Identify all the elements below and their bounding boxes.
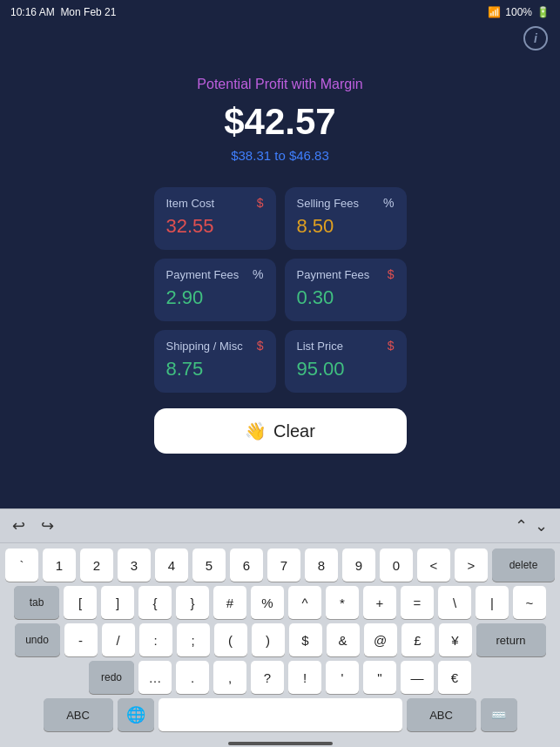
kb-key-6[interactable]: 6 xyxy=(230,548,263,582)
kb-key-plus[interactable]: + xyxy=(363,586,396,619)
kb-key-lt[interactable]: < xyxy=(417,548,450,582)
kb-key-exclaim[interactable]: ! xyxy=(288,661,321,694)
kb-key-percent[interactable]: % xyxy=(251,586,284,619)
kb-key-backtick[interactable]: ` xyxy=(5,548,38,582)
kb-key-slash[interactable]: / xyxy=(102,623,135,656)
selling-fees-unit: % xyxy=(383,196,394,210)
kb-key-undo[interactable]: undo xyxy=(15,623,60,656)
kb-key-euro[interactable]: € xyxy=(438,661,471,694)
kb-key-equals[interactable]: = xyxy=(401,586,434,619)
arrow-down-icon[interactable]: ⌄ xyxy=(535,516,548,535)
kb-key-return[interactable]: return xyxy=(476,623,546,656)
list-price-unit: $ xyxy=(388,339,395,353)
arrow-up-icon[interactable]: ⌃ xyxy=(515,516,528,535)
kb-key-7[interactable]: 7 xyxy=(267,548,300,582)
main-content: Potential Profit with Margin $42.57 $38.… xyxy=(0,24,560,454)
list-price-label: List Price xyxy=(297,340,343,353)
kb-key-minus[interactable]: - xyxy=(64,623,98,656)
home-bar xyxy=(0,742,560,747)
kb-key-yen[interactable]: ¥ xyxy=(439,623,472,656)
kb-row-1: ` 1 2 3 4 5 6 7 8 9 0 < > delete xyxy=(3,548,557,582)
item-cost-label: Item Cost xyxy=(166,197,215,210)
payment-fees-pct-value: 2.90 xyxy=(166,286,264,309)
undo-icon[interactable]: ↩ xyxy=(12,516,25,535)
kb-key-8[interactable]: 8 xyxy=(305,548,338,582)
kb-key-rbracket[interactable]: ] xyxy=(101,586,134,619)
kb-key-semicolon[interactable]: ; xyxy=(177,623,210,656)
kb-key-ampersand[interactable]: & xyxy=(327,623,360,656)
kb-key-quote[interactable]: " xyxy=(363,661,396,694)
kb-emoji-button[interactable]: 🌐 xyxy=(118,698,154,731)
kb-key-emdash[interactable]: — xyxy=(401,661,434,694)
toolbar-left: ↩ ↪ xyxy=(12,516,54,535)
kb-key-pound[interactable]: £ xyxy=(401,623,435,656)
kb-key-ellipsis[interactable]: … xyxy=(138,661,172,694)
kb-key-9[interactable]: 9 xyxy=(342,548,375,582)
kb-key-1[interactable]: 1 xyxy=(43,548,76,582)
clear-icon: 👋 xyxy=(245,421,267,441)
clear-button[interactable]: 👋 Clear xyxy=(154,408,407,454)
kb-key-apostrophe[interactable]: ' xyxy=(326,661,359,694)
kb-key-backslash[interactable]: \ xyxy=(438,586,471,619)
kb-key-3[interactable]: 3 xyxy=(118,548,151,582)
kb-key-colon[interactable]: : xyxy=(139,623,172,656)
kb-key-4[interactable]: 4 xyxy=(155,548,188,582)
status-right: 📶 100% 🔋 xyxy=(488,6,550,18)
kb-key-period[interactable]: . xyxy=(176,661,209,694)
input-grid: Item Cost $ 32.55 Selling Fees % 8.50 Pa… xyxy=(154,187,407,393)
kb-key-dollar[interactable]: $ xyxy=(289,623,322,656)
kb-row-4: redo … . , ? ! ' " — € xyxy=(3,661,557,694)
kb-abc-right[interactable]: ABC xyxy=(407,698,476,731)
toolbar-arrows: ⌃ ⌄ xyxy=(515,516,548,535)
keyboard-toolbar: ↩ ↪ ⌃ ⌄ xyxy=(0,509,560,543)
kb-key-lparen[interactable]: ( xyxy=(214,623,247,656)
kb-key-question[interactable]: ? xyxy=(251,661,284,694)
kb-key-pipe[interactable]: | xyxy=(476,586,509,619)
kb-key-asterisk[interactable]: * xyxy=(326,586,359,619)
kb-keyboard-icon[interactable]: ⌨️ xyxy=(481,698,517,731)
item-cost-unit: $ xyxy=(257,196,264,210)
kb-key-5[interactable]: 5 xyxy=(192,548,226,582)
keyboard-rows: ` 1 2 3 4 5 6 7 8 9 0 < > delete tab [ ]… xyxy=(0,543,560,738)
battery-icon: 🔋 xyxy=(536,6,550,18)
shipping-misc-label: Shipping / Misc xyxy=(166,340,243,353)
redo-icon[interactable]: ↪ xyxy=(41,516,54,535)
selling-fees-label: Selling Fees xyxy=(297,197,360,210)
list-price-value: 95.00 xyxy=(297,358,395,380)
kb-key-gt[interactable]: > xyxy=(455,548,488,582)
kb-key-lbracket[interactable]: [ xyxy=(64,586,97,619)
battery-percent: 100% xyxy=(505,6,532,18)
kb-spacebar[interactable] xyxy=(159,698,402,731)
kb-key-comma[interactable]: , xyxy=(213,661,246,694)
shipping-misc-card[interactable]: Shipping / Misc $ 8.75 xyxy=(154,330,276,393)
selling-fees-card[interactable]: Selling Fees % 8.50 xyxy=(285,187,407,250)
status-time: 10:16 AM Mon Feb 21 xyxy=(10,6,116,18)
payment-fees-dollar-card[interactable]: Payment Fees $ 0.30 xyxy=(285,259,407,321)
kb-key-2[interactable]: 2 xyxy=(80,548,113,582)
keyboard-area: ↩ ↪ ⌃ ⌄ ` 1 2 3 4 5 6 7 8 9 0 < > delete xyxy=(0,508,560,747)
selling-fees-value: 8.50 xyxy=(297,215,395,238)
kb-key-rparen[interactable]: ) xyxy=(252,623,285,656)
kb-key-tilde[interactable]: ~ xyxy=(513,586,546,619)
kb-abc-left[interactable]: ABC xyxy=(44,698,113,731)
info-button[interactable]: i xyxy=(523,26,548,50)
shipping-misc-unit: $ xyxy=(257,339,264,353)
kb-key-delete[interactable]: delete xyxy=(492,548,555,582)
kb-key-tab[interactable]: tab xyxy=(14,586,59,619)
profit-title: Potential Profit with Margin xyxy=(197,77,362,92)
kb-key-redo[interactable]: redo xyxy=(89,661,134,694)
payment-fees-pct-label: Payment Fees xyxy=(166,268,240,281)
payment-fees-dollar-label: Payment Fees xyxy=(297,268,370,281)
item-cost-card[interactable]: Item Cost $ 32.55 xyxy=(154,187,276,250)
kb-key-at[interactable]: @ xyxy=(364,623,397,656)
profit-range: $38.31 to $46.83 xyxy=(231,148,329,163)
kb-key-lbrace[interactable]: { xyxy=(138,586,172,619)
kb-bottom-row: ABC 🌐 ABC ⌨️ xyxy=(3,698,557,731)
payment-fees-pct-card[interactable]: Payment Fees % 2.90 xyxy=(154,259,276,321)
kb-key-rbrace[interactable]: } xyxy=(176,586,209,619)
list-price-card[interactable]: List Price $ 95.00 xyxy=(285,330,407,393)
kb-row-2: tab [ ] { } # % ^ * + = \ | ~ xyxy=(3,586,557,619)
kb-key-0[interactable]: 0 xyxy=(380,548,413,582)
kb-key-hash[interactable]: # xyxy=(213,586,246,619)
kb-key-caret[interactable]: ^ xyxy=(288,586,321,619)
